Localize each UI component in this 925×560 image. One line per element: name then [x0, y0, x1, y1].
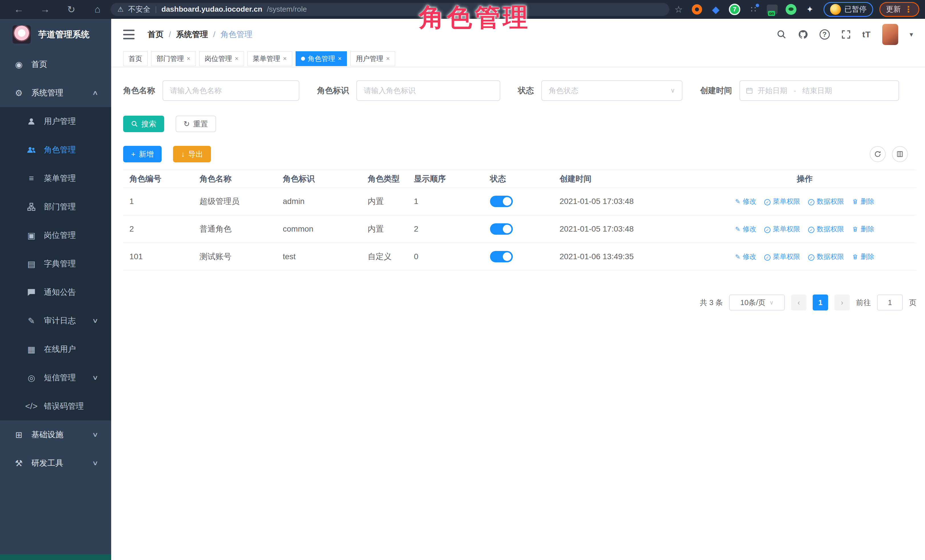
role-key-input[interactable] — [356, 80, 500, 101]
green-badge-extension-icon[interactable]: 7 — [728, 3, 741, 16]
tag-on-extension-icon[interactable]: on — [766, 3, 779, 16]
close-icon[interactable]: × — [338, 55, 342, 62]
prev-page-button[interactable]: ‹ — [791, 294, 806, 311]
help-icon[interactable]: ? — [820, 29, 830, 40]
sidebar-item-errcode-mgmt[interactable]: </>错误码管理 — [0, 392, 111, 420]
monkey-extension-icon[interactable] — [785, 3, 797, 16]
tab-home[interactable]: 首页 — [123, 51, 148, 66]
back-icon[interactable]: ← — [6, 4, 32, 15]
kebab-menu-icon[interactable]: ⋮ — [904, 4, 913, 14]
grid-extension-icon[interactable]: ∷ — [747, 3, 760, 16]
sidebar-item-devtool[interactable]: ⚒研发工具∨ — [0, 449, 111, 477]
page-1-button[interactable]: 1 — [813, 294, 828, 311]
github-icon[interactable] — [798, 29, 808, 40]
status-toggle[interactable] — [490, 196, 513, 207]
home-icon[interactable]: ⌂ — [84, 4, 111, 15]
hamburger-icon[interactable] — [123, 30, 134, 39]
reset-button[interactable]: ↻ 重置 — [176, 116, 216, 132]
delete-link[interactable]: 删除 — [852, 252, 874, 261]
tab-role[interactable]: 角色管理× — [295, 51, 347, 66]
action-label: 数据权限 — [817, 197, 844, 206]
status-toggle[interactable] — [490, 251, 513, 262]
sidebar-item-home[interactable]: ◉首页 — [0, 50, 111, 79]
breadcrumb-system[interactable]: 系统管理 — [176, 29, 208, 40]
calendar-icon — [746, 87, 753, 94]
sidebar-item-menu-mgmt[interactable]: ≡菜单管理 — [0, 164, 111, 192]
tab-dept[interactable]: 部门管理× — [151, 51, 196, 66]
close-icon[interactable]: × — [386, 55, 390, 62]
online-icon: ▦ — [25, 344, 38, 354]
date-range-picker[interactable]: 开始日期 - 结束日期 — [740, 80, 899, 101]
sidebar-item-user-mgmt[interactable]: 用户管理 — [0, 107, 111, 135]
edit-link[interactable]: ✎修改 — [735, 224, 756, 234]
security-label: 不安全 — [128, 4, 151, 14]
data-perm-link[interactable]: ✓数据权限 — [808, 197, 844, 206]
reload-icon[interactable]: ↻ — [58, 4, 84, 15]
sidebar-item-post-mgmt[interactable]: ▣岗位管理 — [0, 221, 111, 249]
user-icon — [25, 117, 38, 126]
tab-user[interactable]: 用户管理× — [350, 51, 395, 66]
status-toggle[interactable] — [490, 223, 513, 235]
close-icon[interactable]: × — [283, 55, 287, 62]
address-bar[interactable]: ⚠ 不安全 | dashboard.yudao.iocoder.cn /syst… — [111, 3, 669, 16]
delete-link[interactable]: 删除 — [852, 224, 874, 234]
sidebar-item-sms-mgmt[interactable]: ◎短信管理∨ — [0, 363, 111, 392]
next-page-button[interactable]: › — [835, 294, 850, 311]
gem-extension-icon[interactable]: ◆ — [710, 3, 722, 16]
bookmark-star-icon[interactable]: ☆ — [669, 4, 688, 15]
table-row: 1超级管理员admin内置12021-01-05 17:03:48✎修改✓菜单权… — [123, 188, 916, 215]
menu-perm-link[interactable]: ✓菜单权限 — [764, 224, 800, 234]
search-icon[interactable] — [777, 30, 786, 39]
sidebar-item-label: 错误码管理 — [44, 401, 84, 411]
sidebar-item-infra[interactable]: ⊞基础设施∨ — [0, 420, 111, 449]
role-name-input[interactable] — [163, 80, 299, 101]
forward-icon[interactable]: → — [32, 4, 58, 15]
edit-link[interactable]: ✎修改 — [735, 197, 756, 206]
status-select[interactable]: 角色状态 ∨ — [541, 80, 682, 101]
cell-created: 2021-01-06 13:49:35 — [553, 252, 693, 261]
tab-menu[interactable]: 菜单管理× — [247, 51, 292, 66]
tab-post[interactable]: 岗位管理× — [199, 51, 244, 66]
page-size-select[interactable]: 10条/页 ∨ — [729, 294, 785, 311]
close-icon[interactable]: × — [235, 55, 239, 62]
breadcrumb-home[interactable]: 首页 — [148, 29, 164, 40]
cell-status — [484, 251, 553, 262]
post-icon: ▣ — [25, 230, 38, 240]
fullscreen-icon[interactable] — [841, 30, 851, 39]
font-size-icon[interactable]: tT — [862, 30, 871, 39]
export-button[interactable]: ↓ 导出 — [173, 146, 211, 162]
table-toolbar: + 新增 ↓ 导出 — [123, 146, 916, 162]
column-header: 创建时间 — [553, 173, 693, 184]
sidebar-item-role-mgmt[interactable]: 角色管理 — [0, 135, 111, 164]
column-settings-button[interactable] — [892, 146, 908, 162]
sidebar-item-system[interactable]: ⚙系统管理∧ — [0, 79, 111, 107]
page-title-overlay: 角色管理 — [419, 1, 531, 35]
chevron-down-icon[interactable]: ▾ — [910, 30, 913, 39]
avatar[interactable] — [882, 24, 898, 45]
goto-page-input[interactable] — [877, 294, 903, 311]
puzzle-extension-icon[interactable]: ✦ — [804, 3, 816, 16]
sidebar-item-notice[interactable]: 通知公告 — [0, 278, 111, 306]
add-button[interactable]: + 新增 — [123, 146, 162, 162]
sidebar-item-dept-mgmt[interactable]: 部门管理 — [0, 192, 111, 221]
adblock-extension-icon[interactable] — [691, 3, 703, 16]
delete-link[interactable]: 删除 — [852, 197, 874, 206]
chevron-down-icon: ∨ — [92, 459, 99, 467]
refresh-button[interactable] — [870, 146, 886, 162]
search-button[interactable]: 搜索 — [123, 116, 164, 132]
cell-key: test — [277, 252, 362, 261]
menu-perm-link[interactable]: ✓菜单权限 — [764, 197, 800, 206]
close-icon[interactable]: × — [187, 55, 190, 62]
menu-perm-link[interactable]: ✓菜单权限 — [764, 252, 800, 261]
data-perm-link[interactable]: ✓数据权限 — [808, 224, 844, 234]
sidebar-item-dict-mgmt[interactable]: ▤字典管理 — [0, 249, 111, 278]
paused-profile-pill[interactable]: 已暂停 — [824, 2, 873, 17]
update-button[interactable]: 更新 ⋮ — [880, 2, 919, 17]
logo-image — [12, 26, 31, 44]
sidebar-item-label: 首页 — [32, 59, 47, 70]
edit-link[interactable]: ✎修改 — [735, 252, 756, 261]
data-perm-link[interactable]: ✓数据权限 — [808, 252, 844, 261]
sidebar-item-audit-log[interactable]: ✎审计日志∨ — [0, 306, 111, 335]
sidebar-item-online-user[interactable]: ▦在线用户 — [0, 335, 111, 363]
divider: | — [155, 5, 157, 14]
